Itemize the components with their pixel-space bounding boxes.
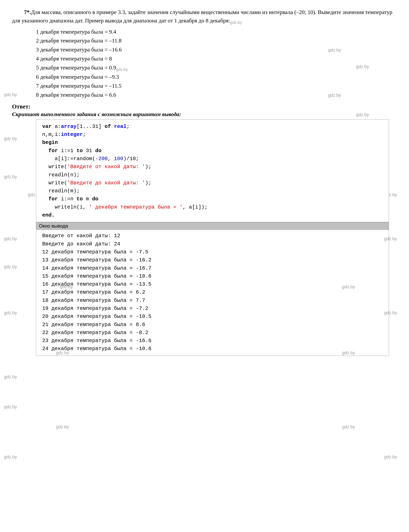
watermark-22: gdz.by bbox=[4, 404, 17, 409]
watermark-20: gdz.by bbox=[342, 350, 355, 355]
code-line-4: for i:=1 to 31 do bbox=[42, 147, 385, 155]
code-line-11: writeln(i, ' декабря температура была = … bbox=[42, 203, 385, 211]
watermark-15: gdz.by bbox=[60, 284, 73, 289]
watermark-19: gdz.by bbox=[56, 350, 69, 355]
output-line-10: 19 декабря температура была = -7.2 bbox=[42, 304, 385, 313]
example-line-2: 2 декабря температура была = –11.8 bbox=[36, 36, 397, 45]
screenshot-label: Скриншот выполненного задания с возможны… bbox=[12, 111, 397, 117]
example-line-6: 6 декабря температура была = –9.3 bbox=[36, 72, 397, 81]
code-line-10: for i:=n to m do bbox=[42, 195, 385, 203]
output-line-5: 14 декабря температура была = -16.7 bbox=[42, 264, 385, 272]
watermark-14: gdz.by bbox=[4, 264, 17, 269]
watermark-inline-2: gdz.by bbox=[328, 92, 341, 99]
output-line-6: 15 декабря температура была = -10.6 bbox=[42, 272, 385, 280]
watermark-23: gdz.by bbox=[56, 424, 69, 429]
output-header: Окно вывода bbox=[36, 222, 389, 230]
example-line-3: 3 декабря температура была = –16.6 bbox=[36, 45, 121, 54]
output-body: Введите от какой даты: 12 Введите до как… bbox=[36, 230, 389, 355]
output-line-2: Введите до какой даты: 24 bbox=[42, 240, 385, 248]
output-line-14: 23 декабря температура была = -16.6 bbox=[42, 337, 385, 345]
code-line-7: readln(n); bbox=[42, 171, 385, 179]
watermark-18: gdz.by bbox=[384, 310, 397, 315]
output-line-12: 21 декабря температура была = 8.6 bbox=[42, 321, 385, 329]
watermark-12: gdz.by bbox=[4, 236, 17, 241]
watermark-21: gdz.by bbox=[4, 374, 17, 380]
watermark-2: gdz.by bbox=[356, 64, 369, 69]
answer-label: Ответ: bbox=[12, 103, 397, 110]
example-line-7: 7 декабря температура была = –11.5 bbox=[36, 81, 397, 90]
task-text: 7*.Для массива, описанного в примере 3.3… bbox=[12, 8, 397, 25]
output-line-7: 16 декабря температура была = -13.5 bbox=[42, 280, 385, 288]
output-line-9: 18 декабря температура была = 7.7 bbox=[42, 296, 385, 304]
code-line-9: readln(m); bbox=[42, 187, 385, 195]
code-line-8: write('Введите до какой даты: '); bbox=[42, 179, 385, 187]
watermark-16: gdz.by bbox=[342, 284, 355, 289]
code-line-3: begin bbox=[42, 139, 385, 146]
example-line-1: 1 декабря температура была = 9.4 bbox=[36, 28, 397, 37]
watermark-4: gdz.by bbox=[4, 136, 17, 141]
watermark-24: gdz.by bbox=[342, 424, 355, 429]
watermark-inline-1: gdz.by bbox=[328, 47, 341, 53]
code-block: var a:array[1...31] of real; n,m,i:integ… bbox=[36, 120, 389, 222]
output-window: Окно вывода Введите от какой даты: 12 Вв… bbox=[36, 222, 389, 356]
output-line-8: 17 декабря температура была = 6.2 bbox=[42, 288, 385, 296]
output-line-3: 12 декабря температура была = -7.5 bbox=[42, 248, 385, 256]
code-line-5: a[i]:=random(-200, 100)/10; bbox=[42, 155, 385, 163]
code-line-1: var a:array[1...31] of real; bbox=[42, 123, 385, 131]
example-line-5: 5 декабря температура была = 0.9gdz.by bbox=[36, 63, 397, 73]
code-content: var a:array[1...31] of real; n,m,i:integ… bbox=[36, 120, 389, 222]
watermark-6: gdz.by bbox=[4, 174, 17, 179]
example-output: 1 декабря температура была = 9.4 2 декаб… bbox=[36, 28, 397, 99]
watermark-26: gdz.by bbox=[384, 454, 397, 460]
output-line-1: Введите от какой даты: 12 bbox=[42, 232, 385, 240]
code-line-2: n,m,i:integer; bbox=[42, 131, 385, 139]
watermark-25: gdz.by bbox=[4, 454, 17, 460]
watermark-3: gdz.by bbox=[356, 112, 369, 117]
watermark-1: gdz.by bbox=[4, 92, 17, 97]
example-line-4: 4 декабря температура была = 8 bbox=[36, 54, 397, 63]
watermark-17: gdz.by bbox=[4, 310, 17, 315]
output-line-4: 13 декабря температура была = -16.2 bbox=[42, 256, 385, 264]
output-line-11: 20 декабря температура была = -10.5 bbox=[42, 313, 385, 320]
watermark-13: gdz.by bbox=[384, 236, 397, 241]
code-line-6: write('Введите от какой даты: '); bbox=[42, 163, 385, 171]
example-line-8: 8 декабря температура была = 6.6 bbox=[36, 90, 116, 99]
output-line-15: 24 декабря температура была = -10.6 bbox=[42, 345, 385, 353]
output-line-13: 22 декабря температура была = -8.2 bbox=[42, 329, 385, 337]
code-line-12: end. bbox=[42, 211, 385, 219]
